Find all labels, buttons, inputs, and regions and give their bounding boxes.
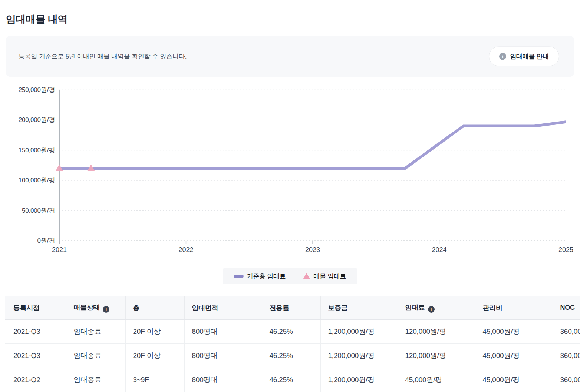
cell-rent: 120,000원/평 [398, 319, 475, 343]
col-header-exclusive-rate: 전용률 [262, 296, 320, 319]
cell-listing-status: 임대종료 [66, 343, 125, 368]
cell-floor: 20F 이상 [125, 343, 184, 368]
col-header-label: 보증금 [328, 304, 348, 312]
y-axis-label: 150,000원/평 [0, 146, 55, 155]
cell-listing-status: 임대종료 [66, 368, 125, 392]
rent-trend-chart-canvas [0, 84, 580, 259]
x-axis-label: 2023 [305, 246, 320, 254]
table-row: 2021-Q3임대종료20F 이상800평대46.25%1,200,000원/평… [5, 343, 580, 368]
col-header-registered-quarter: 등록시점 [5, 296, 66, 319]
cell-exclusive-rate: 46.25% [262, 319, 320, 343]
table-row: 2021-Q3임대종료20F 이상800평대46.25%1,200,000원/평… [5, 319, 580, 343]
base-floor-rent-line [59, 122, 566, 169]
legend-item-listing-rent: 매물 임대료 [303, 272, 346, 280]
banner-text: 등록일 기준으로 5년 이내인 매물 내역을 확인할 수 있습니다. [19, 52, 187, 61]
col-header-label: 관리비 [483, 304, 502, 312]
legend-item-base-floor-rent: 기준층 임대료 [234, 272, 286, 280]
rental-guide-button[interactable]: i 임대매물 안내 [489, 47, 559, 66]
col-header-floor: 층 [125, 296, 184, 319]
cell-maintenance-fee: 45,000원/평 [475, 368, 553, 392]
cell-rent: 45,000원/평 [398, 368, 475, 392]
rental-guide-button-label: 임대매물 안내 [510, 52, 549, 61]
listings-table-scroll-area[interactable]: 등록시점매물상태i층임대면적전용률보증금임대료i관리비NOC 2021-Q3임대… [5, 296, 580, 392]
col-header-label: NOC [560, 304, 575, 311]
y-axis-label: 250,000원/평 [0, 86, 55, 94]
col-header-label: 매물상태 [74, 304, 100, 311]
cell-deposit: 1,200,000원/평 [320, 368, 398, 392]
x-axis-label: 2024 [432, 246, 446, 254]
cell-noc: 360,000원/평 [553, 319, 580, 343]
cell-registered-quarter: 2021-Q2 [5, 368, 66, 392]
listings-table-header: 등록시점매물상태i층임대면적전용률보증금임대료i관리비NOC [5, 296, 580, 319]
cell-listing-status: 임대종료 [66, 319, 125, 343]
info-icon: i [499, 53, 506, 60]
cell-exclusive-rate: 46.25% [262, 368, 320, 392]
x-axis-label: 2022 [178, 246, 193, 254]
info-banner: 등록일 기준으로 5년 이내인 매물 내역을 확인할 수 있습니다. i 임대매… [6, 36, 574, 77]
y-axis-label: 0원/평 [0, 236, 55, 245]
cell-registered-quarter: 2021-Q3 [5, 319, 66, 343]
page: 임대매물 내역 등록일 기준으로 5년 이내인 매물 내역을 확인할 수 있습니… [0, 0, 580, 392]
page-title: 임대매물 내역 [6, 13, 67, 26]
col-header-rent: 임대료i [398, 296, 475, 319]
cell-lease-area: 800평대 [184, 343, 262, 368]
col-header-maintenance-fee: 관리비 [475, 296, 553, 319]
chart-legend: 기준층 임대료 매물 임대료 [223, 268, 357, 284]
col-header-label: 등록시점 [13, 304, 40, 312]
info-icon[interactable]: i [428, 306, 435, 313]
cell-noc: 360,000원/평 [553, 368, 580, 392]
x-axis-label: 2021 [52, 246, 67, 254]
y-axis-label: 200,000원/평 [0, 116, 55, 124]
cell-maintenance-fee: 45,000원/평 [475, 343, 553, 368]
cell-lease-area: 800평대 [184, 319, 262, 343]
triangle-marker-icon [303, 273, 310, 279]
col-header-listing-status: 매물상태i [66, 296, 125, 319]
col-header-deposit: 보증금 [320, 296, 398, 319]
col-header-label: 임대면적 [192, 304, 218, 312]
x-axis-label: 2025 [558, 246, 573, 254]
legend-label-base-floor-rent: 기준층 임대료 [247, 272, 286, 280]
cell-registered-quarter: 2021-Q3 [5, 343, 66, 368]
cell-deposit: 1,200,000원/평 [320, 343, 398, 368]
cell-noc: 360,000원/평 [553, 343, 580, 368]
cell-lease-area: 800평대 [184, 368, 262, 392]
rent-trend-chart: 0원/평50,000원/평100,000원/평150,000원/평200,000… [0, 84, 580, 259]
cell-rent: 120,000원/평 [398, 343, 475, 368]
cell-deposit: 1,200,000원/평 [320, 319, 398, 343]
legend-label-listing-rent: 매물 임대료 [313, 272, 346, 280]
cell-exclusive-rate: 46.25% [262, 343, 320, 368]
y-axis-label: 50,000원/평 [0, 206, 55, 215]
table-row: 2021-Q2임대종료3~9F800평대46.25%1,200,000원/평45… [5, 368, 580, 392]
col-header-lease-area: 임대면적 [184, 296, 262, 319]
info-icon[interactable]: i [103, 306, 109, 313]
cell-maintenance-fee: 45,000원/평 [475, 319, 553, 343]
col-header-label: 임대료 [405, 304, 425, 311]
cell-floor: 20F 이상 [125, 319, 184, 343]
y-axis-label: 100,000원/평 [0, 176, 55, 185]
cell-floor: 3~9F [125, 368, 184, 392]
listings-table: 등록시점매물상태i층임대면적전용률보증금임대료i관리비NOC 2021-Q3임대… [5, 296, 580, 392]
col-header-noc: NOC [553, 296, 580, 319]
line-swatch-icon [234, 275, 244, 278]
col-header-label: 전용률 [270, 304, 289, 312]
col-header-label: 층 [133, 304, 140, 312]
